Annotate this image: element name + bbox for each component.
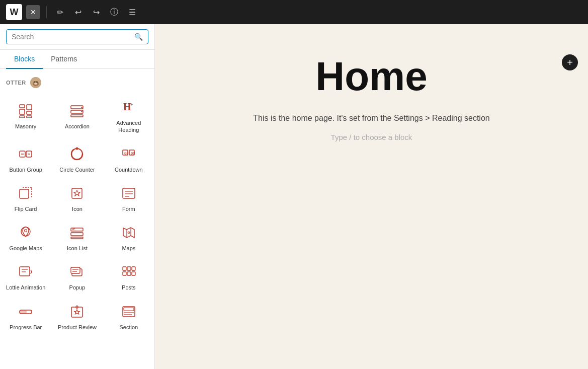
flip-card-icon	[17, 184, 35, 202]
svg-rect-6	[27, 105, 32, 110]
svg-point-2	[34, 82, 35, 83]
block-item-maps[interactable]: Maps	[103, 217, 154, 257]
maps-icon	[120, 224, 138, 242]
block-item-popup[interactable]: Popup	[51, 257, 103, 296]
lottie-animation-label: Lottie Animation	[6, 284, 45, 291]
progress-bar-label: Progress Bar	[10, 324, 42, 331]
svg-rect-55	[132, 267, 135, 270]
posts-label: Posts	[122, 284, 136, 291]
svg-point-3	[36, 82, 38, 83]
sidebar-content: OTTER	[0, 69, 154, 369]
countdown-label: Countdown	[115, 166, 143, 173]
svg-text::: :	[128, 151, 129, 155]
svg-point-38	[25, 230, 27, 232]
popup-label: Popup	[69, 284, 86, 291]
svg-rect-9	[20, 116, 25, 118]
canvas-inner: Home This is the home page. It's set fro…	[155, 24, 588, 369]
tab-patterns[interactable]: Patterns	[43, 50, 85, 69]
pen-icon[interactable]: ✏	[53, 5, 67, 19]
svg-rect-53	[123, 267, 126, 270]
undo-icon[interactable]: ↩	[71, 5, 85, 19]
product-review-icon	[68, 303, 86, 321]
block-item-masonry[interactable]: Masonry	[0, 92, 51, 139]
type-hint: Type / to choose a block	[196, 133, 548, 141]
google-maps-label: Google Maps	[9, 245, 42, 252]
section-label: OTTER	[6, 80, 26, 86]
flip-card-label: Flip Card	[15, 205, 37, 212]
block-item-flip-card[interactable]: Flip Card	[0, 178, 51, 217]
svg-point-45	[128, 232, 130, 234]
accordion-label: Accordion	[65, 123, 90, 130]
svg-rect-30	[20, 189, 29, 198]
svg-rect-13	[71, 115, 83, 117]
page-title: Home	[315, 54, 427, 99]
search-input[interactable]	[12, 33, 134, 41]
section-header-otter: OTTER	[0, 73, 154, 90]
svg-point-24	[76, 147, 78, 150]
section-icon	[120, 303, 138, 321]
masonry-icon	[17, 102, 35, 120]
icon-icon	[68, 184, 86, 202]
block-item-circle-counter[interactable]: Circle Counter	[51, 139, 103, 178]
add-block-button[interactable]: +	[562, 54, 578, 70]
block-item-form[interactable]: Form	[103, 178, 154, 217]
svg-point-4	[34, 83, 37, 85]
search-input-wrapper: 🔍	[6, 29, 148, 44]
otter-avatar	[30, 77, 41, 88]
wordpress-logo[interactable]: W	[6, 4, 22, 20]
accordion-icon	[68, 102, 86, 120]
icon-label: Icon	[72, 205, 82, 212]
block-item-google-maps[interactable]: Google Maps	[0, 217, 51, 257]
svg-text:00: 00	[131, 152, 135, 156]
svg-rect-57	[127, 272, 131, 275]
block-item-countdown[interactable]: 00 00 : Countdown	[103, 139, 154, 178]
block-item-progress-bar[interactable]: Progress Bar	[0, 297, 51, 336]
info-icon[interactable]: ⓘ	[107, 5, 121, 19]
svg-rect-46	[20, 267, 30, 276]
tab-blocks[interactable]: Blocks	[6, 50, 43, 69]
page-subtitle: This is the home page. It's set from the…	[253, 114, 489, 123]
advanced-heading-label: Advanced Heading	[107, 119, 150, 134]
svg-rect-33	[123, 188, 135, 198]
svg-rect-7	[20, 109, 25, 114]
block-item-product-review[interactable]: Product Review	[51, 297, 103, 336]
canvas: Home This is the home page. It's set fro…	[155, 24, 588, 369]
svg-rect-5	[20, 105, 25, 108]
block-item-icon-list[interactable]: Icon List	[51, 217, 103, 257]
svg-rect-58	[132, 272, 135, 275]
svg-marker-62	[74, 310, 79, 314]
masonry-label: Masonry	[15, 123, 36, 130]
search-bar: 🔍	[0, 24, 154, 50]
block-item-posts[interactable]: Posts	[103, 257, 154, 296]
popup-icon	[68, 263, 86, 281]
block-item-section[interactable]: Section	[103, 297, 154, 336]
countdown-icon: 00 00 :	[120, 145, 138, 163]
block-item-accordion[interactable]: Accordion	[51, 92, 103, 139]
button-group-label: Button Group	[9, 166, 42, 173]
search-icon[interactable]: 🔍	[134, 33, 143, 41]
main-layout: 🔍 Blocks Patterns OTTER	[0, 24, 588, 369]
list-icon[interactable]: ☰	[125, 5, 139, 19]
svg-rect-41	[71, 237, 83, 239]
section-label-block: Section	[119, 324, 138, 331]
icon-list-icon	[68, 224, 86, 242]
block-grid: Masonry Accordion	[0, 90, 154, 338]
button-group-icon	[17, 145, 35, 163]
product-review-label: Product Review	[58, 324, 97, 331]
lottie-animation-icon	[17, 263, 35, 281]
redo-icon[interactable]: ↪	[89, 5, 103, 19]
svg-rect-10	[27, 116, 32, 118]
close-button[interactable]: ✕	[26, 5, 40, 19]
icon-list-label: Icon List	[67, 245, 88, 252]
form-icon	[120, 184, 138, 202]
svg-text:+: +	[130, 102, 133, 107]
maps-label: Maps	[122, 245, 135, 252]
circle-counter-label: Circle Counter	[59, 166, 95, 173]
block-item-button-group[interactable]: Button Group	[0, 139, 51, 178]
svg-rect-8	[27, 111, 32, 114]
block-item-icon[interactable]: Icon	[51, 178, 103, 217]
block-item-advanced-heading[interactable]: H + Advanced Heading	[103, 92, 154, 139]
progress-bar-icon	[17, 303, 35, 321]
toolbar: W ✕ ✏ ↩ ↪ ⓘ ☰	[0, 0, 588, 24]
block-item-lottie-animation[interactable]: Lottie Animation	[0, 257, 51, 296]
